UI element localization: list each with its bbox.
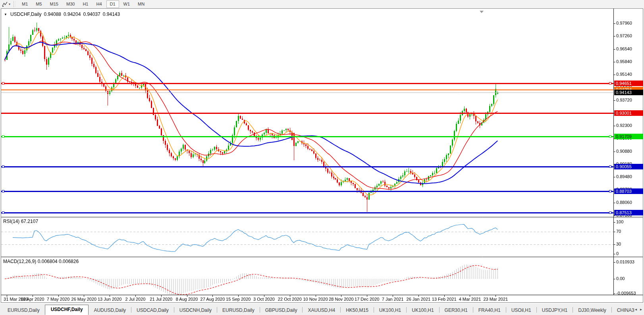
rsi-tick-label: 100: [616, 219, 643, 224]
hline-price-badge: 0.88703: [614, 188, 643, 194]
tab-usdchf-daily[interactable]: USDCHF,Daily: [45, 305, 89, 315]
price-tick-label: 0.93720: [616, 98, 643, 102]
tab-eurusd-daily[interactable]: EURUSD,Daily: [2, 306, 45, 315]
timeframe-button-mn[interactable]: MN: [134, 0, 148, 8]
rsi-indicator-label: RSI(14) 67.2107: [3, 219, 38, 224]
tab-china300-h1[interactable]: CHINA300,H1: [612, 306, 634, 315]
tab-uk100-h1[interactable]: UK100,H1: [407, 306, 439, 315]
rsi-tick-label: 30: [616, 242, 643, 246]
price-tick-label: 0.88060: [616, 200, 643, 205]
hline-price-badge: 0.90055: [614, 164, 643, 169]
macd-indicator-label: MACD(12,26,9) 0.006804 0.006826: [3, 259, 79, 264]
date-label: 23 Mar 2021: [480, 297, 511, 302]
hline-price-badge: 0.93001: [614, 110, 643, 116]
tab-audusd-daily[interactable]: AUDUSD,Daily: [89, 306, 131, 315]
timeframe-button-m1[interactable]: M1: [18, 0, 31, 8]
timeframe-button-m30[interactable]: M30: [63, 0, 78, 8]
tab-dj30-weekly[interactable]: DJ30,Weekly: [573, 306, 611, 315]
hline-price-badge: 0.94651: [614, 81, 643, 86]
macd-tick-label: 0.010933: [616, 259, 643, 264]
current-price-badge: 0.94143: [614, 90, 643, 95]
price-tick-label: 0.95840: [616, 59, 643, 64]
toolbar-drag-handle[interactable]: [13, 1, 15, 7]
mt4-trading-app: ▾ M1M5M15M30H1H4D1W1MN ▼USDCHF,Daily0.94…: [0, 0, 644, 315]
tab-ger30-h1[interactable]: GER30,H1: [440, 306, 473, 315]
price-tick-label: 0.92300: [616, 123, 643, 128]
zigzag-line-icon: [2, 2, 8, 7]
price-tick-label: 0.97260: [616, 33, 643, 38]
chart-symbol-label: USDCHF,Daily: [10, 12, 42, 17]
timeframe-button-h4[interactable]: H4: [93, 0, 105, 8]
price-tick-label: 0.89480: [616, 174, 643, 179]
tab-usoil-h1[interactable]: USOil,H1: [506, 306, 536, 315]
chart-tab-bar: EURUSD,DailyUSDCHF,DailyAUDUSD,DailyUSDC…: [0, 303, 644, 315]
price-tick-label: 0.95140: [616, 72, 643, 77]
chart-title: ▼USDCHF,Daily0.940880.942040.940370.9414…: [4, 12, 120, 17]
collapse-ohlc-icon[interactable]: ▼: [4, 13, 7, 16]
tab-eurusd-daily[interactable]: EURUSD,Daily: [217, 306, 260, 315]
ohlc-open: 0.94088: [44, 12, 61, 17]
tab-usdcad-daily[interactable]: USDCAD,Daily: [131, 306, 174, 315]
price-tick-label: 0.96540: [616, 46, 643, 51]
tab-hk50-m15[interactable]: HK50,M15: [341, 306, 374, 315]
tab-gbpusd-daily[interactable]: GBPUSD,Daily: [260, 306, 303, 315]
rsi-tick-label: 0: [616, 251, 643, 256]
price-tick-label: 0.97960: [616, 21, 643, 25]
timeframe-button-m5[interactable]: M5: [32, 0, 45, 8]
timeframe-button-w1[interactable]: W1: [120, 0, 134, 8]
ohlc-low: 0.94037: [83, 12, 100, 17]
chevron-down-icon: ▾: [9, 2, 10, 6]
hline-price-badge: 0.87513: [614, 210, 643, 215]
timeframe-button-d1[interactable]: D1: [106, 0, 119, 8]
ohlc-close: 0.94143: [103, 12, 120, 17]
timeframe-button-h1[interactable]: H1: [79, 0, 92, 8]
tab-scroll-right-icon[interactable]: ▸: [640, 307, 642, 311]
macd-tick-label: -0.009653: [616, 291, 643, 296]
timeframe-button-m15[interactable]: M15: [46, 0, 62, 8]
hline-price-badge: 0.91709: [614, 134, 643, 139]
ohlc-high: 0.94204: [64, 12, 81, 17]
tab-xauusd-h4[interactable]: XAUUSD,H4: [303, 306, 340, 315]
macd-tick-label: 0.00: [616, 276, 643, 281]
tab-fra40-h1[interactable]: FRA40,H1: [473, 306, 506, 315]
rsi-tick-label: 70: [616, 229, 643, 234]
timeframe-toolbar: ▾ M1M5M15M30H1H4D1W1MN: [0, 0, 644, 8]
tab-uk100-h1[interactable]: UK100,H1: [374, 306, 406, 315]
chart-tabs: EURUSD,DailyUSDCHF,DailyAUDUSD,DailyUSDC…: [2, 305, 634, 315]
timeframe-buttons: M1M5M15M30H1H4D1W1MN: [18, 0, 148, 8]
indicator-tool-button[interactable]: ▾: [0, 0, 12, 8]
chart-shift-marker[interactable]: [480, 11, 484, 13]
tab-scroll-left-icon[interactable]: ◂: [635, 307, 637, 311]
tab-usdcnh-daily[interactable]: USDCNH,Daily: [174, 306, 217, 315]
chart-canvas[interactable]: [0, 0, 644, 315]
price-tick-label: 0.90880: [616, 149, 643, 154]
tab-usdjpy-h1[interactable]: USDJPY,H1: [537, 306, 573, 315]
